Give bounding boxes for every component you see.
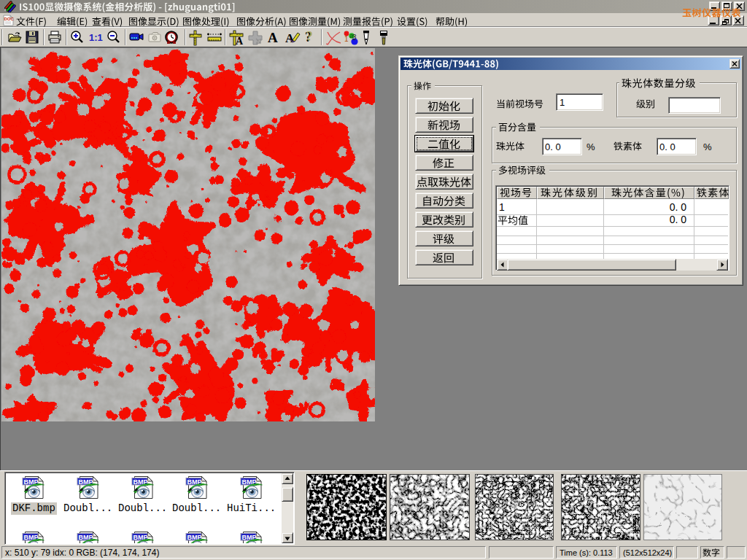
svg-text:1: 1 <box>344 35 349 43</box>
svg-text:A: A <box>268 30 278 44</box>
svg-text:A: A <box>285 31 295 44</box>
svg-text:?: ? <box>306 30 313 44</box>
svg-text:1:1: 1:1 <box>89 32 103 43</box>
svg-text:A: A <box>236 36 244 46</box>
svg-text:3: 3 <box>352 34 357 42</box>
svg-text:DOC: DOC <box>4 17 15 21</box>
